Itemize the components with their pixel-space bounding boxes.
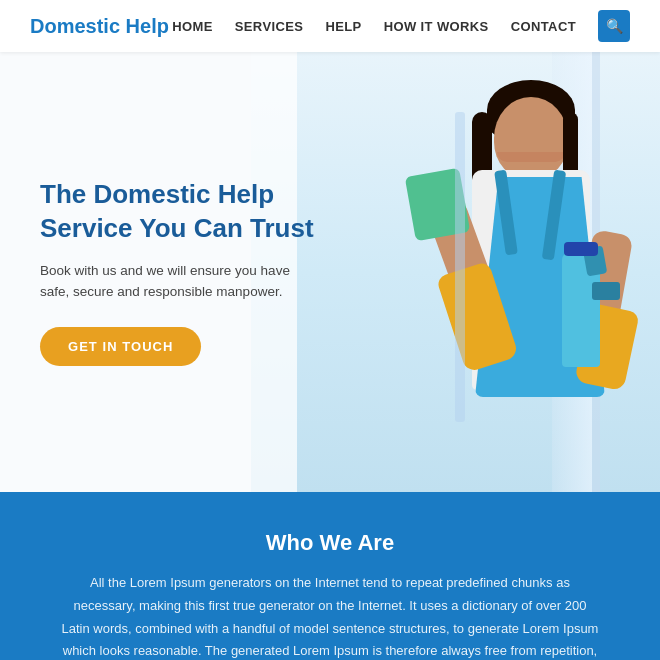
- hero-cta-button[interactable]: GET IN TOUCH: [40, 327, 201, 366]
- nav-contact[interactable]: CONTACT: [511, 19, 576, 34]
- hero-section: The Domestic Help Service You Can Trust …: [0, 52, 660, 492]
- window-glass-edge: [455, 112, 465, 422]
- hero-title: The Domestic Help Service You Can Trust: [40, 178, 320, 246]
- spray-trigger: [592, 282, 620, 300]
- who-text: All the Lorem Ipsum generators on the In…: [60, 572, 600, 660]
- nav-help[interactable]: HELP: [325, 19, 361, 34]
- cleaner-face: [494, 97, 568, 179]
- site-logo: Domestic Help: [30, 15, 169, 38]
- nav-how-it-works[interactable]: HOW IT WORKS: [384, 19, 489, 34]
- hero-content: The Domestic Help Service You Can Trust …: [0, 178, 320, 366]
- site-header: Domestic Help HOME SERVICES HELP HOW IT …: [0, 0, 660, 52]
- nav-home[interactable]: HOME: [172, 19, 213, 34]
- search-button[interactable]: 🔍: [598, 10, 630, 42]
- main-nav: HOME SERVICES HELP HOW IT WORKS CONTACT …: [172, 10, 630, 42]
- who-title: Who We Are: [60, 530, 600, 556]
- spray-cap: [564, 242, 598, 256]
- who-section: Who We Are All the Lorem Ipsum generator…: [0, 492, 660, 660]
- nav-services[interactable]: SERVICES: [235, 19, 304, 34]
- hero-description: Book with us and we will ensure you have…: [40, 260, 320, 303]
- search-icon: 🔍: [606, 18, 623, 34]
- cleaner-mouth: [497, 152, 565, 162]
